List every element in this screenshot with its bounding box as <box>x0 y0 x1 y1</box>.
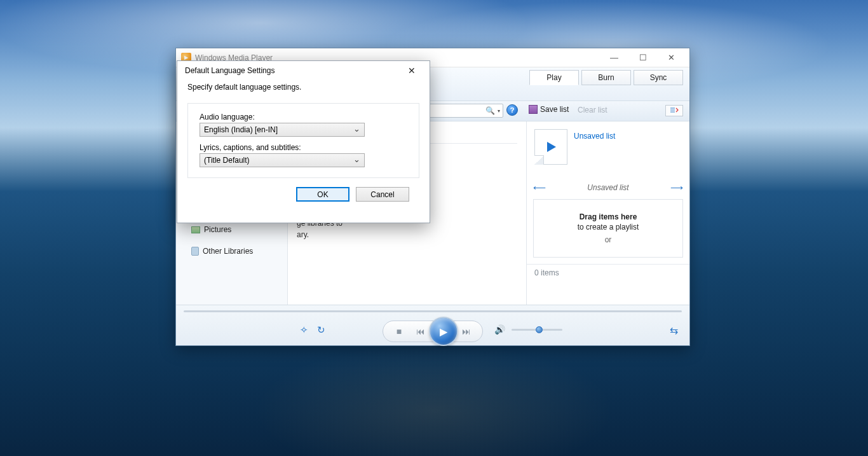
nav-item-pictures[interactable]: Pictures <box>180 223 283 236</box>
dialog-group: Audio language: English (India) [en-IN] … <box>187 103 419 178</box>
dialog-titlebar[interactable]: Default Language Settings ✕ <box>177 61 430 80</box>
nav-label-pictures: Pictures <box>204 225 231 234</box>
transport-controls: ■ ⏮ ▶ ⏭ <box>383 321 483 342</box>
dialog-title: Default Language Settings <box>185 66 399 75</box>
list-options-button[interactable] <box>665 105 683 116</box>
save-list-button[interactable]: Save list <box>529 105 569 114</box>
next-button[interactable]: ⏭ <box>456 322 477 341</box>
disk-icon <box>529 105 538 114</box>
dialog-instruction: Specify default language settings. <box>187 83 419 92</box>
help-button[interactable]: ? <box>506 104 518 116</box>
nav-item-other-libraries[interactable]: Other Libraries <box>180 245 283 258</box>
playlist-header: Unsaved list <box>587 183 628 192</box>
libraries-icon <box>191 247 199 256</box>
volume-thumb[interactable] <box>536 326 543 333</box>
close-button[interactable]: ✕ <box>657 49 686 67</box>
next-playlist-button[interactable]: ⟶ <box>670 183 683 193</box>
subtitles-label: Lyrics, captions, and subtitles: <box>200 143 407 152</box>
stop-button[interactable]: ■ <box>388 322 410 341</box>
audio-language-value: English (India) [en-IN] <box>204 125 278 134</box>
tab-sync[interactable]: Sync <box>634 70 683 85</box>
subtitles-value: (Title Default) <box>204 156 250 165</box>
play-icon <box>543 139 559 155</box>
playlist-status: 0 items <box>527 264 689 281</box>
clear-list-button[interactable]: Clear list <box>578 106 607 114</box>
search-drop-icon[interactable]: ▾ <box>498 108 500 114</box>
audio-language-label: Audio language: <box>200 113 407 121</box>
language-settings-dialog: Default Language Settings ✕ Specify defa… <box>177 60 430 223</box>
previous-button[interactable]: ⏮ <box>410 322 431 341</box>
shuffle-button[interactable]: ✧ <box>300 324 308 336</box>
search-icon: 🔍 <box>485 106 495 115</box>
playlist-drop-area[interactable]: Drag items here to create a playlist or <box>533 199 683 258</box>
drop-title: Drag items here <box>539 212 677 221</box>
mute-button[interactable]: 🔊 <box>494 324 505 335</box>
dialog-close-button[interactable]: ✕ <box>399 62 424 79</box>
subtitles-combo[interactable]: (Title Default) <box>200 153 365 167</box>
switch-to-now-playing-button[interactable]: ⇆ <box>670 324 678 336</box>
save-list-label: Save list <box>540 105 569 114</box>
drop-subtitle: to create a playlist <box>539 223 677 231</box>
search-box[interactable]: 🔍 ▾ <box>427 104 503 118</box>
ok-button[interactable]: OK <box>296 187 349 202</box>
maximize-button[interactable]: ☐ <box>628 49 657 67</box>
playlist-thumbnail[interactable] <box>534 129 567 165</box>
volume-slider[interactable] <box>512 329 562 331</box>
prev-playlist-button[interactable]: ⟵ <box>533 183 546 193</box>
tab-play[interactable]: Play <box>529 70 579 85</box>
audio-language-combo[interactable]: English (India) [en-IN] <box>200 123 365 137</box>
minimize-button[interactable]: — <box>600 49 628 67</box>
nav-label-other-libs: Other Libraries <box>203 247 253 256</box>
mode-tabs: Play Burn Sync <box>529 70 683 85</box>
tab-burn[interactable]: Burn <box>581 70 631 85</box>
repeat-button[interactable]: ↻ <box>317 324 325 336</box>
pictures-icon <box>191 226 200 233</box>
drop-or: or <box>539 235 677 244</box>
play-button[interactable]: ▶ <box>429 317 458 346</box>
cancel-button[interactable]: Cancel <box>356 187 409 202</box>
playlist-pane: Unsaved list ⟵ Unsaved list ⟶ Drag items… <box>527 121 689 305</box>
playlist-title-link[interactable]: Unsaved list <box>574 129 615 165</box>
playback-bar: ✧ ↻ ■ ⏮ ▶ ⏭ 🔊 ⇆ <box>176 305 689 345</box>
playlist-switcher: ⟵ Unsaved list ⟶ <box>527 183 689 193</box>
seek-track[interactable] <box>184 310 682 312</box>
